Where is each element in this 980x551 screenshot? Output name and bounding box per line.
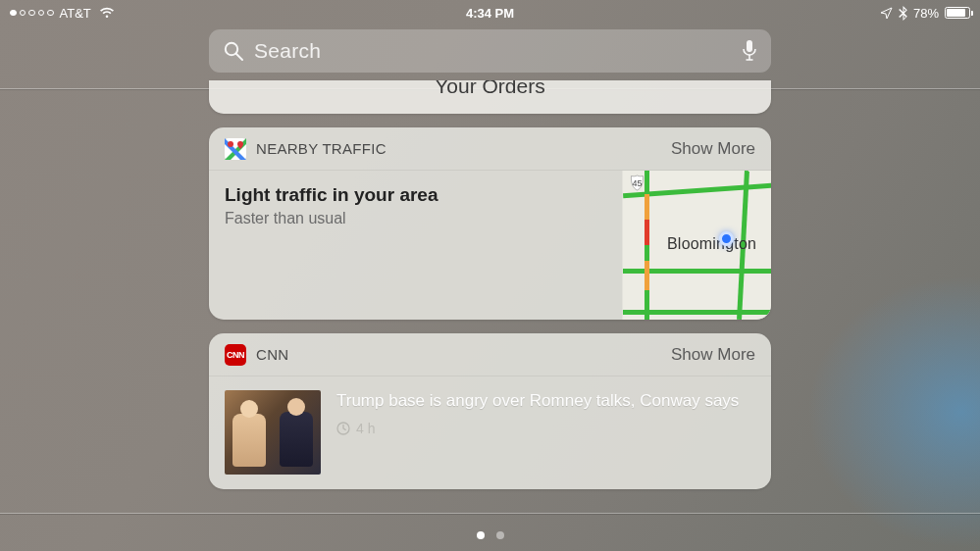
- cnn-icon: CNN: [225, 344, 246, 366]
- divider: [0, 513, 980, 514]
- search-input[interactable]: [254, 39, 732, 63]
- clock: 4:34 PM: [466, 6, 514, 21]
- widget-nearby-traffic[interactable]: NEARBY TRAFFIC Show More Light traffic i…: [209, 127, 771, 320]
- widget-orders[interactable]: Your Orders: [209, 80, 771, 114]
- news-item[interactable]: Trump base is angry over Romney talks, C…: [209, 376, 771, 489]
- current-location-dot: [719, 231, 734, 246]
- news-thumbnail: [225, 390, 321, 475]
- svg-point-6: [228, 141, 233, 147]
- svg-line-1: [236, 54, 242, 60]
- location-icon: [880, 7, 893, 20]
- map-city-label: Bloomington: [667, 235, 756, 253]
- traffic-body[interactable]: Light traffic in your area Faster than u…: [209, 171, 771, 320]
- widget-orders-title: Your Orders: [435, 80, 544, 92]
- battery-icon: [945, 7, 970, 19]
- route-shield: 45: [629, 175, 645, 191]
- news-age: 4 h: [356, 421, 375, 436]
- wifi-icon: [99, 7, 115, 19]
- microphone-icon[interactable]: [742, 39, 757, 63]
- widget-title: CNN: [256, 346, 288, 363]
- spotlight-search[interactable]: [209, 29, 771, 73]
- traffic-subline: Faster than usual: [225, 210, 606, 227]
- widgets-column[interactable]: Your Orders NEARBY TRAFFIC Show More Lig…: [209, 80, 771, 489]
- bluetooth-icon: [899, 6, 907, 21]
- widget-header: CNN CNN Show More: [209, 333, 771, 376]
- status-bar: AT&T 4:34 PM 78%: [0, 0, 980, 22]
- status-left: AT&T: [10, 6, 115, 21]
- google-maps-icon: [225, 138, 246, 160]
- show-more-button[interactable]: Show More: [671, 139, 755, 159]
- widget-cnn[interactable]: CNN CNN Show More Trump base is angry ov…: [209, 333, 771, 489]
- carrier-label: AT&T: [60, 6, 91, 21]
- search-icon: [223, 40, 244, 62]
- page-dot-1[interactable]: [477, 531, 485, 539]
- widget-header: NEARBY TRAFFIC Show More: [209, 127, 771, 171]
- traffic-headline: Light traffic in your area: [225, 184, 606, 206]
- signal-strength-icon: [10, 10, 54, 17]
- traffic-map-thumbnail[interactable]: 45 Bloomington: [622, 171, 771, 320]
- news-meta: 4 h: [336, 421, 755, 436]
- page-indicator[interactable]: [477, 531, 504, 539]
- show-more-button[interactable]: Show More: [671, 345, 755, 365]
- widget-title: NEARBY TRAFFIC: [256, 140, 387, 157]
- page-dot-2[interactable]: [496, 531, 504, 539]
- status-right: 78%: [880, 6, 970, 21]
- battery-percent: 78%: [913, 6, 939, 21]
- clock-icon: [336, 422, 350, 435]
- news-headline: Trump base is angry over Romney talks, C…: [336, 390, 755, 413]
- svg-rect-2: [747, 40, 752, 52]
